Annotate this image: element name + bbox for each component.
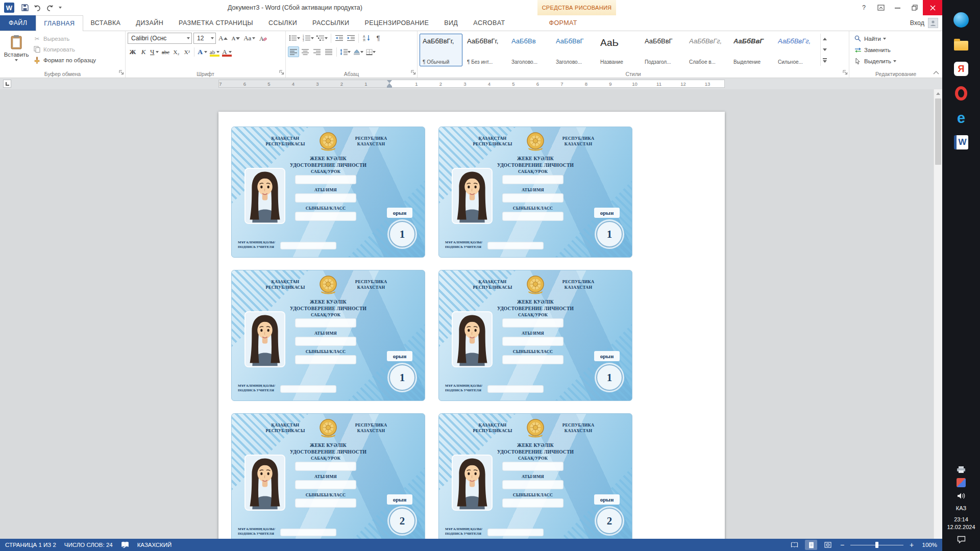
print-layout-button[interactable] <box>805 540 817 550</box>
strikethrough-button[interactable]: abc <box>160 46 170 57</box>
select-button[interactable]: Выделить <box>851 56 940 66</box>
zoom-in-button[interactable]: + <box>908 541 915 549</box>
bullets-button[interactable] <box>288 33 301 43</box>
signature-input[interactable] <box>280 242 336 249</box>
field-subject-input[interactable] <box>295 318 356 328</box>
field-name-input[interactable] <box>295 480 356 489</box>
numbering-button[interactable]: 123 <box>302 33 315 43</box>
restore-button[interactable] <box>906 0 923 15</box>
language-indicator[interactable]: КАЗАХСКИЙ <box>137 542 172 548</box>
cut-button[interactable]: ✂ Вырезать <box>31 34 98 43</box>
tab-references[interactable]: ССЫЛКИ <box>261 15 305 31</box>
id-card[interactable]: ҚАЗАҚСТАН РЕСПУБЛИКАСЫ РЕСПУБЛИКА КАЗАХС… <box>438 127 632 258</box>
superscript-button[interactable]: Х² <box>182 46 192 57</box>
zoom-slider-thumb[interactable] <box>875 542 878 548</box>
file-explorer-icon[interactable] <box>952 36 970 53</box>
bold-button[interactable]: Ж <box>128 46 138 57</box>
save-button[interactable] <box>21 4 29 11</box>
edge-browser-icon[interactable]: e <box>952 109 970 127</box>
tab-insert[interactable]: ВСТАВКА <box>83 15 129 31</box>
replace-button[interactable]: Заменить <box>851 45 940 55</box>
styles-dialog-launcher[interactable] <box>843 69 848 77</box>
tab-design[interactable]: ДИЗАЙН <box>128 15 171 31</box>
format-painter-button[interactable]: Формат по образцу <box>31 55 98 65</box>
clear-formatting-button[interactable]: А <box>258 33 268 44</box>
zoom-out-button[interactable]: − <box>839 541 846 549</box>
field-name-input[interactable] <box>502 480 564 489</box>
tab-view[interactable]: ВИД <box>436 15 465 31</box>
word-taskbar-icon[interactable]: W <box>952 134 970 151</box>
field-class-input[interactable] <box>502 498 564 508</box>
highlight-color-button[interactable]: ab <box>209 46 220 57</box>
help-button[interactable]: ? <box>855 0 872 15</box>
field-name-input[interactable] <box>502 193 564 203</box>
find-button[interactable]: Найти <box>851 34 940 43</box>
change-case-button[interactable]: Аа <box>242 33 256 44</box>
left-indent-marker[interactable] <box>387 86 392 88</box>
decrease-indent-button[interactable] <box>333 33 345 43</box>
word-count[interactable]: ЧИСЛО СЛОВ: 24 <box>64 542 113 548</box>
text-effects-button[interactable]: А <box>197 46 208 57</box>
style-subtle-emphasis[interactable]: АаБбВвГг, Слабое в... <box>686 34 729 66</box>
align-left-button[interactable] <box>288 46 299 57</box>
id-card[interactable]: ҚАЗАҚСТАН РЕСПУБЛИКАСЫ РЕСПУБЛИКА КАЗАХС… <box>231 270 425 401</box>
tab-format[interactable]: ФОРМАТ <box>542 15 585 31</box>
align-center-button[interactable] <box>300 46 311 57</box>
tab-selector-button[interactable] <box>3 80 11 88</box>
taskbar-app-blue-icon[interactable] <box>952 11 970 29</box>
field-subject-input[interactable] <box>502 318 564 328</box>
style-normal[interactable]: АаБбВвГг, ¶ Обычный <box>420 34 462 66</box>
id-card[interactable]: ҚАЗАҚСТАН РЕСПУБЛИКАСЫ РЕСПУБЛИКА КАЗАХС… <box>438 270 632 401</box>
printer-icon[interactable] <box>955 465 967 474</box>
field-class-input[interactable] <box>295 212 356 221</box>
sign-in-button[interactable]: Вход <box>910 15 938 31</box>
tab-layout[interactable]: РАЗМЕТКА СТРАНИЦЫ <box>171 15 261 31</box>
style-heading1[interactable]: АаБбВв Заголово... <box>508 34 551 66</box>
read-mode-button[interactable] <box>788 540 800 550</box>
web-layout-button[interactable] <box>822 540 834 550</box>
id-card[interactable]: ҚАЗАҚСТАН РЕСПУБЛИКАСЫ РЕСПУБЛИКА КАЗАХС… <box>231 127 425 258</box>
scroll-up-button[interactable] <box>934 89 942 97</box>
ruler-strip[interactable]: 765432112345678910111213 <box>218 80 725 88</box>
italic-button[interactable]: К <box>138 46 149 57</box>
borders-button[interactable] <box>365 46 377 57</box>
align-right-button[interactable] <box>311 46 323 57</box>
field-name-input[interactable] <box>502 337 564 346</box>
styles-scroll-up-button[interactable] <box>821 34 829 44</box>
copy-button[interactable]: Копировать <box>31 44 98 54</box>
field-class-input[interactable] <box>295 355 356 364</box>
language-switcher[interactable]: КАЗ <box>956 505 966 512</box>
signature-input[interactable] <box>487 242 544 249</box>
zoom-slider[interactable] <box>850 540 903 550</box>
shrink-font-button[interactable]: А <box>230 33 241 44</box>
taskbar-app-red-icon[interactable] <box>955 478 967 487</box>
font-color-button[interactable]: А <box>221 46 232 57</box>
field-subject-input[interactable] <box>295 462 356 471</box>
signature-input[interactable] <box>280 529 336 536</box>
id-card[interactable]: ҚАЗАҚСТАН РЕСПУБЛИКАСЫ РЕСПУБЛИКА КАЗАХС… <box>438 413 632 539</box>
font-dialog-launcher[interactable] <box>279 69 284 77</box>
document-page[interactable]: ҚАЗАҚСТАН РЕСПУБЛИКАСЫ РЕСПУБЛИКА КАЗАХС… <box>218 112 725 539</box>
volume-icon[interactable] <box>955 491 967 500</box>
font-size-select[interactable]: 12 <box>193 33 216 44</box>
customize-qat-dropdown-icon[interactable] <box>59 7 62 9</box>
style-emphasis[interactable]: АаБбВвГ Выделение <box>730 34 773 66</box>
style-intense-emphasis[interactable]: АаБбВвГг, Сильное... <box>775 34 818 66</box>
tab-home[interactable]: ГЛАВНАЯ <box>36 15 83 31</box>
yandex-browser-icon[interactable]: Я <box>952 60 970 78</box>
justify-button[interactable] <box>323 46 334 57</box>
style-title[interactable]: АаЬ Название <box>597 34 640 66</box>
line-spacing-button[interactable] <box>339 46 352 57</box>
paragraph-dialog-launcher[interactable] <box>411 69 416 77</box>
ribbon-display-options-button[interactable] <box>872 0 889 15</box>
increase-indent-button[interactable] <box>345 33 356 43</box>
field-name-input[interactable] <box>295 337 356 346</box>
sort-button[interactable]: АЯ <box>361 33 372 43</box>
subscript-button[interactable]: Х₂ <box>171 46 181 57</box>
field-class-input[interactable] <box>502 212 564 221</box>
field-name-input[interactable] <box>295 193 356 203</box>
style-subtitle[interactable]: АаБбВвГ Подзагол... <box>642 34 684 66</box>
page-indicator[interactable]: СТРАНИЦА 1 ИЗ 2 <box>5 542 56 548</box>
style-no-spacing[interactable]: АаБбВвГг, ¶ Без инт... <box>464 34 507 66</box>
signature-input[interactable] <box>487 529 544 536</box>
